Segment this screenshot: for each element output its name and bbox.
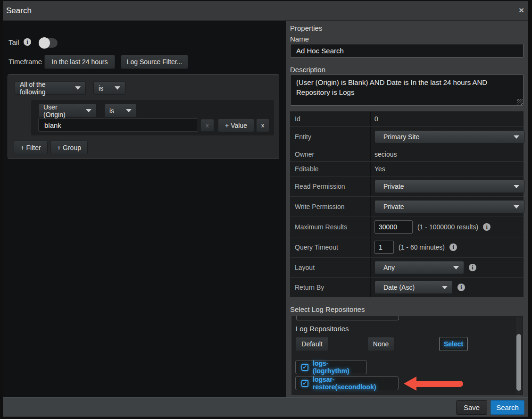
clipped-scrolled-element: [296, 316, 399, 320]
description-textarea[interactable]: (User (Origin) is Blank) AND Date is In …: [290, 75, 524, 106]
id-value: 0: [374, 115, 378, 123]
remove-value-button[interactable]: x: [200, 119, 214, 132]
timeframe-button[interactable]: In the last 24 hours: [44, 55, 115, 69]
maximum-results-input[interactable]: [374, 220, 413, 234]
repository-item-label: logsar-restore(secondlook): [313, 376, 392, 391]
properties-pane: Properties Name Description (User (Origi…: [286, 21, 528, 397]
name-input[interactable]: [290, 44, 524, 58]
search-dialog: Search × Tail i Timeframe In the last 24…: [3, 1, 528, 417]
chevron-down-icon: [86, 109, 91, 112]
chevron-down-icon: [75, 86, 81, 90]
table-row-write-permission: Write Permission Private: [290, 196, 524, 217]
table-row-owner: Owner secious: [290, 147, 524, 161]
dialog-footer: Save Search: [3, 397, 528, 417]
tail-toggle[interactable]: [40, 38, 58, 48]
query-timeout-input[interactable]: [374, 241, 394, 254]
properties-table: Id 0 Entity Primary Site Owner secious: [290, 111, 524, 297]
editable-value: Yes: [374, 165, 385, 173]
chevron-down-icon: [453, 266, 459, 269]
write-permission-dropdown[interactable]: Private: [374, 200, 524, 213]
field-dropdown[interactable]: User (Origin): [38, 104, 97, 117]
log-repositories-panel: Log Repositories Default None Select ✓ l…: [291, 316, 524, 395]
divider: [295, 356, 513, 356]
repository-item-logsar-restore-secondlook[interactable]: ✓ logsar-restore(secondlook): [295, 376, 399, 390]
remove-filter-button[interactable]: x: [256, 118, 269, 132]
checkbox-checked-icon: ✓: [301, 364, 308, 371]
layout-dropdown[interactable]: Any: [374, 261, 464, 274]
none-button[interactable]: None: [367, 337, 394, 351]
tail-info-icon: i: [24, 38, 31, 46]
log-repositories-label: Log Repositories: [296, 325, 349, 333]
add-value-button[interactable]: + Value: [218, 118, 254, 132]
chevron-down-icon: [115, 86, 120, 90]
filter-row: User (Origin) is x + Value x: [31, 100, 274, 135]
repository-item-label: logs-(logrhythm): [313, 360, 361, 375]
add-group-button[interactable]: + Group: [50, 141, 88, 154]
maximum-results-hint: (1 - 1000000 results): [417, 223, 478, 231]
group-operator-dropdown[interactable]: All of the following: [15, 81, 86, 95]
name-label: Name: [290, 35, 309, 43]
table-row-editable: Editable Yes: [290, 161, 524, 176]
close-icon[interactable]: ×: [519, 6, 524, 15]
scrollbar-thumb[interactable]: [516, 334, 521, 391]
chevron-down-icon: [514, 135, 519, 139]
toggle-knob: [39, 37, 50, 49]
annotation-arrow-icon: [404, 377, 463, 391]
entity-dropdown[interactable]: Primary Site: [374, 130, 524, 143]
filter-value-input[interactable]: [38, 118, 198, 132]
read-permission-dropdown[interactable]: Private: [374, 180, 524, 193]
query-timeout-hint: (1 - 60 minutes): [399, 243, 445, 251]
resize-grip-icon[interactable]: [517, 99, 523, 105]
timeframe-label: Timeframe: [8, 58, 42, 66]
dialog-title: Search: [6, 6, 32, 16]
table-row-layout: Layout Any i: [290, 257, 524, 277]
group-condition-dropdown[interactable]: is: [93, 81, 125, 95]
save-button[interactable]: Save: [456, 400, 487, 415]
select-log-repositories-heading: Select Log Repositories: [290, 305, 365, 313]
table-row-read-permission: Read Permission Private: [290, 176, 524, 196]
chevron-down-icon: [514, 205, 519, 209]
properties-heading: Properties: [290, 24, 322, 32]
search-button[interactable]: Search: [490, 400, 524, 415]
chevron-down-icon: [442, 286, 448, 289]
log-source-filter-button[interactable]: Log Source Filter...: [121, 55, 188, 69]
chevron-down-icon: [514, 185, 519, 188]
filter-group-panel: All of the following is User (Origin) is: [8, 74, 279, 159]
description-label: Description: [290, 66, 325, 74]
table-row-entity: Entity Primary Site: [290, 126, 524, 147]
repository-item-logs-logrhythm[interactable]: ✓ logs-(logrhythm): [295, 360, 367, 374]
select-button[interactable]: Select: [439, 337, 468, 351]
chevron-down-icon: [126, 109, 132, 112]
table-row-return-by: Return By Date (Asc) i: [290, 277, 524, 297]
maximum-results-info-icon: i: [483, 223, 490, 231]
return-by-dropdown[interactable]: Date (Asc): [374, 281, 453, 294]
owner-value: secious: [374, 151, 397, 158]
default-button[interactable]: Default: [295, 337, 329, 351]
table-row-id: Id 0: [290, 111, 524, 126]
tail-label: Tail: [8, 38, 19, 46]
add-filter-button[interactable]: + Filter: [14, 141, 48, 154]
layout-info-icon: i: [469, 264, 476, 271]
table-row-query-timeout: Query Timeout (1 - 60 minutes) i: [290, 237, 524, 257]
checkbox-checked-icon: ✓: [301, 380, 308, 387]
dialog-titlebar: Search ×: [3, 1, 528, 21]
repositories-scrollbar[interactable]: [516, 317, 522, 394]
field-condition-dropdown[interactable]: is: [104, 104, 137, 117]
query-builder-pane: Tail i Timeframe In the last 24 hours Lo…: [3, 21, 286, 397]
query-timeout-info-icon: i: [449, 243, 457, 251]
table-row-maximum-results: Maximum Results (1 - 1000000 results) i: [290, 217, 524, 237]
return-by-info-icon: i: [457, 284, 465, 291]
